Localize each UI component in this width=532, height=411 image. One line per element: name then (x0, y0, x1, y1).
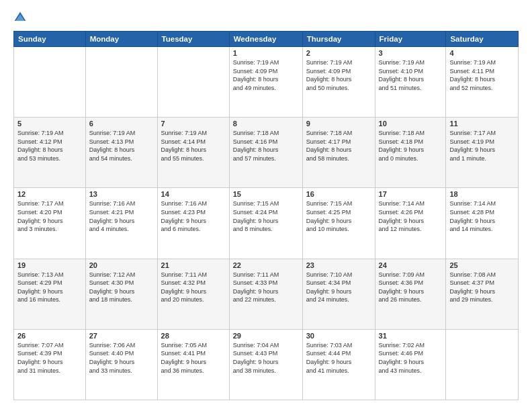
day-info: Sunrise: 7:18 AM Sunset: 4:16 PM Dayligh… (233, 129, 299, 163)
day-info: Sunrise: 7:11 AM Sunset: 4:32 PM Dayligh… (161, 271, 226, 304)
calendar-cell: 14Sunrise: 7:16 AM Sunset: 4:23 PM Dayli… (157, 188, 229, 259)
calendar-cell: 27Sunrise: 7:06 AM Sunset: 4:40 PM Dayli… (85, 329, 157, 400)
day-number: 27 (89, 332, 154, 340)
day-info: Sunrise: 7:02 AM Sunset: 4:46 PM Dayligh… (379, 341, 443, 375)
day-info: Sunrise: 7:06 AM Sunset: 4:40 PM Dayligh… (89, 341, 154, 375)
day-number: 12 (17, 190, 82, 198)
weekday-header-wednesday: Wednesday (229, 32, 302, 47)
day-number: 28 (161, 332, 226, 340)
calendar-table: SundayMondayTuesdayWednesdayThursdayFrid… (13, 31, 519, 400)
day-number: 26 (17, 332, 82, 340)
calendar-cell: 24Sunrise: 7:09 AM Sunset: 4:36 PM Dayli… (375, 259, 446, 329)
day-number: 11 (449, 120, 515, 128)
weekday-header-friday: Friday (375, 32, 446, 47)
day-info: Sunrise: 7:19 AM Sunset: 4:12 PM Dayligh… (17, 129, 82, 163)
day-info: Sunrise: 7:03 AM Sunset: 4:44 PM Dayligh… (306, 341, 371, 375)
day-number: 16 (306, 190, 371, 198)
day-number: 4 (449, 49, 515, 57)
calendar-cell: 9Sunrise: 7:18 AM Sunset: 4:17 PM Daylig… (302, 118, 375, 188)
day-info: Sunrise: 7:11 AM Sunset: 4:33 PM Dayligh… (233, 271, 299, 304)
day-info: Sunrise: 7:14 AM Sunset: 4:26 PM Dayligh… (379, 199, 443, 233)
day-info: Sunrise: 7:19 AM Sunset: 4:09 PM Dayligh… (233, 58, 299, 92)
calendar-cell (85, 47, 157, 118)
day-number: 31 (379, 332, 443, 340)
logo-icon (13, 11, 27, 24)
day-info: Sunrise: 7:08 AM Sunset: 4:37 PM Dayligh… (449, 271, 515, 304)
calendar-cell: 31Sunrise: 7:02 AM Sunset: 4:46 PM Dayli… (375, 329, 446, 400)
day-number: 17 (379, 190, 443, 198)
calendar-cell: 13Sunrise: 7:16 AM Sunset: 4:21 PM Dayli… (85, 188, 157, 259)
day-number: 21 (161, 261, 226, 269)
day-info: Sunrise: 7:16 AM Sunset: 4:23 PM Dayligh… (161, 199, 226, 233)
day-info: Sunrise: 7:10 AM Sunset: 4:34 PM Dayligh… (306, 271, 371, 304)
day-info: Sunrise: 7:17 AM Sunset: 4:19 PM Dayligh… (449, 129, 515, 163)
day-info: Sunrise: 7:17 AM Sunset: 4:20 PM Dayligh… (17, 199, 82, 233)
calendar-cell (446, 329, 519, 400)
day-number: 22 (233, 261, 299, 269)
day-number: 13 (89, 190, 154, 198)
calendar-cell: 29Sunrise: 7:04 AM Sunset: 4:43 PM Dayli… (229, 329, 302, 400)
weekday-header-sunday: Sunday (14, 32, 86, 47)
day-number: 24 (379, 261, 443, 269)
calendar-cell: 25Sunrise: 7:08 AM Sunset: 4:37 PM Dayli… (446, 259, 519, 329)
day-number: 18 (449, 190, 515, 198)
calendar-cell: 12Sunrise: 7:17 AM Sunset: 4:20 PM Dayli… (14, 188, 86, 259)
day-info: Sunrise: 7:19 AM Sunset: 4:10 PM Dayligh… (379, 58, 443, 92)
day-info: Sunrise: 7:19 AM Sunset: 4:14 PM Dayligh… (161, 129, 226, 163)
day-number: 20 (89, 261, 154, 269)
day-info: Sunrise: 7:09 AM Sunset: 4:36 PM Dayligh… (379, 271, 443, 304)
calendar-cell: 8Sunrise: 7:18 AM Sunset: 4:16 PM Daylig… (229, 118, 302, 188)
day-info: Sunrise: 7:19 AM Sunset: 4:11 PM Dayligh… (449, 58, 515, 92)
calendar-cell: 11Sunrise: 7:17 AM Sunset: 4:19 PM Dayli… (446, 118, 519, 188)
day-number: 29 (233, 332, 299, 340)
day-number: 9 (306, 120, 371, 128)
calendar-cell: 10Sunrise: 7:18 AM Sunset: 4:18 PM Dayli… (375, 118, 446, 188)
day-number: 1 (233, 49, 299, 57)
calendar-cell: 5Sunrise: 7:19 AM Sunset: 4:12 PM Daylig… (14, 118, 86, 188)
day-number: 2 (306, 49, 371, 57)
calendar-cell: 6Sunrise: 7:19 AM Sunset: 4:13 PM Daylig… (85, 118, 157, 188)
day-number: 30 (306, 332, 371, 340)
calendar-cell: 19Sunrise: 7:13 AM Sunset: 4:29 PM Dayli… (14, 259, 86, 329)
calendar-cell: 30Sunrise: 7:03 AM Sunset: 4:44 PM Dayli… (302, 329, 375, 400)
calendar-cell: 20Sunrise: 7:12 AM Sunset: 4:30 PM Dayli… (85, 259, 157, 329)
calendar-cell: 16Sunrise: 7:15 AM Sunset: 4:25 PM Dayli… (302, 188, 375, 259)
day-number: 19 (17, 261, 82, 269)
calendar-cell: 21Sunrise: 7:11 AM Sunset: 4:32 PM Dayli… (157, 259, 229, 329)
day-info: Sunrise: 7:14 AM Sunset: 4:28 PM Dayligh… (449, 199, 515, 233)
calendar-cell: 22Sunrise: 7:11 AM Sunset: 4:33 PM Dayli… (229, 259, 302, 329)
day-number: 14 (161, 190, 226, 198)
day-info: Sunrise: 7:19 AM Sunset: 4:13 PM Dayligh… (89, 129, 154, 163)
calendar-cell: 1Sunrise: 7:19 AM Sunset: 4:09 PM Daylig… (229, 47, 302, 118)
weekday-header-tuesday: Tuesday (157, 32, 229, 47)
calendar-cell: 15Sunrise: 7:15 AM Sunset: 4:24 PM Dayli… (229, 188, 302, 259)
calendar-cell: 2Sunrise: 7:19 AM Sunset: 4:09 PM Daylig… (302, 47, 375, 118)
weekday-header-saturday: Saturday (446, 32, 519, 47)
weekday-header-monday: Monday (85, 32, 157, 47)
day-number: 7 (161, 120, 226, 128)
page-header (13, 11, 519, 24)
calendar-cell: 4Sunrise: 7:19 AM Sunset: 4:11 PM Daylig… (446, 47, 519, 118)
calendar-cell: 26Sunrise: 7:07 AM Sunset: 4:39 PM Dayli… (14, 329, 86, 400)
day-number: 15 (233, 190, 299, 198)
day-number: 5 (17, 120, 82, 128)
day-number: 23 (306, 261, 371, 269)
calendar-cell: 23Sunrise: 7:10 AM Sunset: 4:34 PM Dayli… (302, 259, 375, 329)
day-info: Sunrise: 7:07 AM Sunset: 4:39 PM Dayligh… (17, 341, 82, 375)
weekday-header-thursday: Thursday (302, 32, 375, 47)
day-info: Sunrise: 7:13 AM Sunset: 4:29 PM Dayligh… (17, 271, 82, 304)
day-number: 10 (379, 120, 443, 128)
day-info: Sunrise: 7:05 AM Sunset: 4:41 PM Dayligh… (161, 341, 226, 375)
logo (13, 11, 30, 24)
calendar-cell (14, 47, 86, 118)
day-number: 6 (89, 120, 154, 128)
day-info: Sunrise: 7:15 AM Sunset: 4:25 PM Dayligh… (306, 199, 371, 233)
day-number: 25 (449, 261, 515, 269)
calendar-cell (157, 47, 229, 118)
day-number: 8 (233, 120, 299, 128)
day-info: Sunrise: 7:16 AM Sunset: 4:21 PM Dayligh… (89, 199, 154, 233)
calendar-cell: 28Sunrise: 7:05 AM Sunset: 4:41 PM Dayli… (157, 329, 229, 400)
day-info: Sunrise: 7:12 AM Sunset: 4:30 PM Dayligh… (89, 271, 154, 304)
day-info: Sunrise: 7:18 AM Sunset: 4:18 PM Dayligh… (379, 129, 443, 163)
calendar-cell: 18Sunrise: 7:14 AM Sunset: 4:28 PM Dayli… (446, 188, 519, 259)
